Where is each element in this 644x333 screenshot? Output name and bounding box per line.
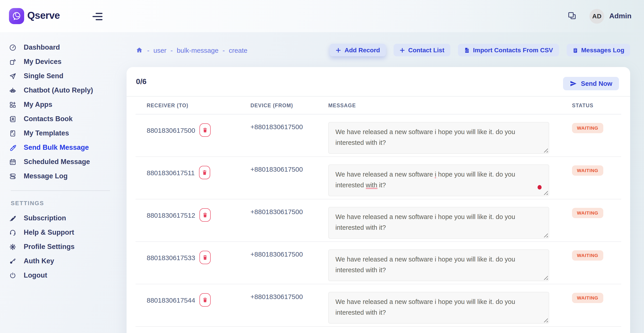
apps-grid-plus-icon xyxy=(9,101,16,108)
sidebar-item-subscription[interactable]: Subscription xyxy=(0,211,121,225)
message-textarea[interactable]: We have released a new software i hope y… xyxy=(328,207,549,239)
dashboard-gauge-icon xyxy=(9,43,16,51)
sidebar-item-logout[interactable]: Logout xyxy=(0,268,121,283)
send-now-button[interactable]: Send Now xyxy=(563,77,619,90)
sidebar-item-profile-settings[interactable]: Profile Settings xyxy=(0,240,121,254)
power-icon xyxy=(9,272,16,279)
message-textarea[interactable]: We have released a new software i hope y… xyxy=(328,122,549,154)
status-badge: WAITING xyxy=(572,165,603,176)
table-row: 8801830617533 +8801830617500 We have rel… xyxy=(136,242,621,284)
column-header-device: DEVICE (FROM) xyxy=(250,103,328,108)
column-header-message: MESSAGE xyxy=(328,103,572,108)
message-textarea[interactable]: We have released a new software i hope y… xyxy=(328,164,549,196)
device-number: +8801830617500 xyxy=(250,165,303,173)
gear-icon xyxy=(9,243,16,251)
status-badge: WAITING xyxy=(572,293,603,303)
delete-row-button[interactable] xyxy=(200,208,211,222)
table-header-row: RECEIVER (TO) DEVICE (FROM) MESSAGE STAT… xyxy=(136,96,621,114)
sidebar-item-label: Message Log xyxy=(24,172,68,180)
receiver-number: 8801830617512 xyxy=(147,211,195,219)
trash-icon xyxy=(202,169,208,176)
qserve-logo-icon[interactable] xyxy=(9,8,24,24)
sidebar-item-label: Chatbot (Auto Reply) xyxy=(24,86,93,94)
app-root: Qserve AD Admin xyxy=(0,0,644,333)
trash-icon xyxy=(202,297,208,303)
sidebar-item-label: Logout xyxy=(24,271,47,279)
sidebar-item-label: Profile Settings xyxy=(24,243,74,251)
device-number: +8801830617500 xyxy=(250,208,303,215)
misspelled-word: with xyxy=(366,181,377,189)
trash-icon xyxy=(202,127,208,133)
sidebar-item-help-support[interactable]: Help & Support xyxy=(0,225,121,240)
send-plane-icon xyxy=(570,80,577,87)
table-row: 8801830617511 +8801830617500 We have rel… xyxy=(136,157,621,199)
sidebar-item-label: My Apps xyxy=(24,101,52,109)
sidebar-item-my-templates[interactable]: My Templates xyxy=(0,126,121,140)
sidebar-divider xyxy=(11,190,110,191)
overlapping-windows-icon[interactable] xyxy=(567,11,577,21)
rocket-icon xyxy=(9,144,16,151)
main-content: - user - bulk-message - create Add Recor… xyxy=(121,32,644,333)
sidebar-item-label: Help & Support xyxy=(24,228,74,237)
calendar-icon xyxy=(9,158,16,166)
sidebar-item-label: Subscription xyxy=(24,214,66,222)
sidebar-item-label: Dashboard xyxy=(24,43,60,51)
template-file-icon xyxy=(9,129,16,137)
import-contacts-csv-button[interactable]: Import Contacts From CSV xyxy=(458,44,559,56)
add-record-button[interactable]: Add Record xyxy=(330,44,386,56)
sidebar-item-dashboard[interactable]: Dashboard xyxy=(0,40,121,54)
whatsapp-bubble-phone-icon xyxy=(11,11,22,21)
sidebar-item-chatbot[interactable]: Chatbot (Auto Reply) xyxy=(0,83,121,97)
device-number: +8801830617500 xyxy=(250,293,303,300)
device-signal-icon xyxy=(9,58,16,65)
robot-icon xyxy=(9,86,16,94)
bulk-message-card: 0/6 Send Now RECEIVER (TO) DEVICE (FROM)… xyxy=(126,67,630,333)
rocket-filled-icon xyxy=(9,214,16,222)
sidebar-item-my-apps[interactable]: My Apps xyxy=(0,97,121,112)
breadcrumb-separator: - xyxy=(147,46,149,54)
column-header-receiver: RECEIVER (TO) xyxy=(136,103,250,108)
bulk-message-table: RECEIVER (TO) DEVICE (FROM) MESSAGE STAT… xyxy=(136,96,621,327)
sidebar-item-single-send[interactable]: Single Send xyxy=(0,69,121,83)
sidebar-item-scheduled-message[interactable]: Scheduled Message xyxy=(0,155,121,169)
sidebar-item-send-bulk-message[interactable]: Send Bulk Message xyxy=(0,140,121,155)
delete-row-button[interactable] xyxy=(199,166,210,179)
message-textarea[interactable]: We have released a new software i hope y… xyxy=(328,292,549,324)
hamburger-menu-icon[interactable] xyxy=(92,12,103,21)
receiver-number: 8801830617511 xyxy=(147,169,195,176)
table-row: 8801830617512 +8801830617500 We have rel… xyxy=(136,199,621,242)
toggles-icon xyxy=(9,172,16,180)
breadcrumb-bulk-message[interactable]: bulk-message xyxy=(177,46,218,54)
avatar: AD xyxy=(590,9,604,23)
status-badge: WAITING xyxy=(572,250,603,261)
csv-file-icon xyxy=(464,47,470,53)
column-header-status: STATUS xyxy=(572,103,621,108)
profile-menu[interactable]: AD Admin xyxy=(590,9,632,23)
sidebar-item-auth-key[interactable]: Auth Key xyxy=(0,254,121,268)
receiver-number: 8801830617544 xyxy=(147,296,195,304)
breadcrumb-separator: - xyxy=(170,46,173,54)
sidebar-item-message-log[interactable]: Message Log xyxy=(0,169,121,183)
breadcrumb-user[interactable]: user xyxy=(154,46,166,54)
paper-plane-icon xyxy=(9,72,16,80)
sidebar-item-contacts-book[interactable]: Contacts Book xyxy=(0,112,121,126)
contact-list-button[interactable]: Contact List xyxy=(393,44,450,56)
message-textarea[interactable]: We have released a new software i hope y… xyxy=(328,249,549,281)
key-icon xyxy=(9,257,16,265)
breadcrumb-create[interactable]: create xyxy=(229,46,247,54)
sidebar-item-label: Contacts Book xyxy=(24,115,73,123)
messages-log-button[interactable]: Messages Log xyxy=(566,44,630,56)
sidebar-item-label: Scheduled Message xyxy=(24,158,90,166)
delete-row-button[interactable] xyxy=(200,123,211,137)
delete-row-button[interactable] xyxy=(200,251,211,264)
plus-icon xyxy=(336,47,342,53)
plus-icon xyxy=(399,47,405,53)
card-header: 0/6 Send Now xyxy=(126,67,630,96)
sidebar: Dashboard My Devices Single Send xyxy=(0,32,121,333)
grammar-checker-dot[interactable] xyxy=(538,185,542,190)
delete-row-button[interactable] xyxy=(200,293,211,307)
home-icon[interactable] xyxy=(136,46,143,54)
sidebar-item-my-devices[interactable]: My Devices xyxy=(0,54,121,69)
top-bar: Qserve AD Admin xyxy=(0,0,644,32)
trash-icon xyxy=(202,212,208,218)
